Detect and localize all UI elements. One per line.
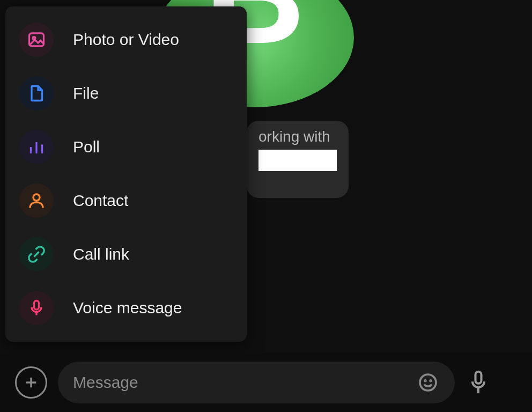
svg-point-4 [420,374,436,391]
menu-item-contact[interactable]: Contact [5,174,247,227]
attach-button[interactable] [15,366,47,399]
file-icon [19,76,54,111]
menu-item-label: Call link [73,245,129,263]
menu-item-label: Photo or Video [73,31,179,49]
menu-item-call-link[interactable]: Call link [5,227,247,281]
emoji-button[interactable] [416,371,440,394]
call-link-icon [19,237,54,271]
status-bubble: orking with [247,121,349,198]
menu-item-photo-or-video[interactable]: Photo or Video [5,13,247,67]
menu-item-file[interactable]: File [5,67,247,120]
contact-icon [19,183,54,218]
voice-icon [19,291,54,325]
attachment-menu: Photo or Video File Poll Contact Call li [5,6,247,342]
redacted-block [258,150,337,171]
svg-point-2 [33,194,40,201]
menu-item-label: File [73,84,99,102]
menu-item-voice-message[interactable]: Voice message [5,281,247,335]
message-field[interactable] [58,362,455,403]
menu-item-label: Voice message [73,299,182,317]
message-input[interactable] [73,373,408,392]
menu-item-poll[interactable]: Poll [5,120,247,174]
svg-rect-7 [476,372,482,384]
svg-point-5 [425,380,426,381]
menu-item-label: Poll [73,138,100,156]
menu-item-label: Contact [73,192,128,210]
photo-icon [19,23,54,57]
svg-point-6 [430,380,431,381]
message-input-bar [0,353,532,412]
svg-rect-3 [34,301,39,310]
poll-icon [19,130,54,164]
status-text: orking with [258,128,330,145]
chat-area: B orking with Photo or Video File Poll [0,0,532,412]
voice-record-button[interactable] [466,367,491,398]
